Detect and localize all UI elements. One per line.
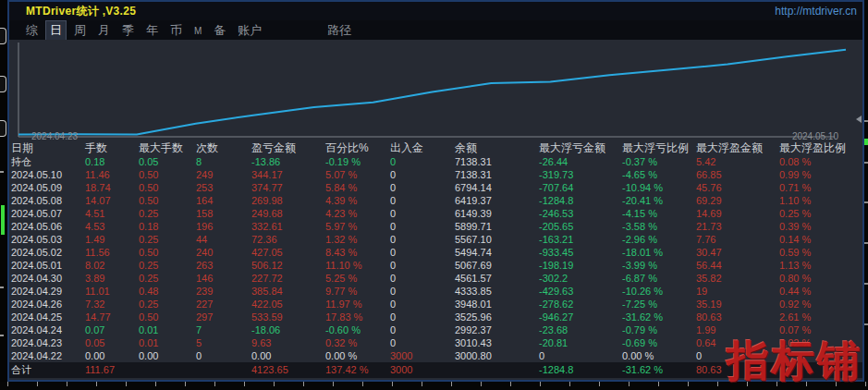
table-row-3[interactable]: 2024.05.0814.070.50164269.984.39 %06419.… — [9, 194, 862, 207]
cell: 2024.04.22 — [11, 349, 85, 362]
table-row-12[interactable]: 2024.04.2514.770.50297533.5917.83 %03525… — [9, 311, 862, 323]
cell: 7 — [196, 323, 251, 336]
cell: 0 — [390, 155, 455, 168]
cell: 0 — [390, 311, 455, 323]
cell: -0.19 % — [325, 155, 390, 168]
cell: 0.25 % — [779, 207, 862, 220]
equity-line — [18, 50, 846, 135]
cell: -302.2 — [539, 272, 622, 285]
cell: 0 — [390, 336, 455, 349]
cell: 11.01 — [85, 285, 139, 298]
cell: 137.42 % — [325, 362, 390, 378]
table-row-2[interactable]: 2024.05.0918.740.50253374.775.84 %06794.… — [9, 181, 862, 194]
menu-item-path[interactable]: 路径 — [327, 22, 351, 39]
column-header-7[interactable]: 余额 — [455, 141, 539, 155]
table-row-7[interactable]: 2024.05.0211.560.50240427.058.43 %05494.… — [9, 246, 862, 259]
cell: 2024.04.25 — [11, 311, 85, 323]
cell: -278.62 — [539, 298, 622, 311]
cell: 2024.05.01 — [11, 259, 85, 272]
website-link[interactable]: http://mtdriver.cn — [775, 5, 857, 18]
column-header-10[interactable]: 最大浮盈金额 — [696, 141, 779, 155]
column-header-6[interactable]: 出入金 — [390, 141, 455, 155]
column-header-5[interactable]: 百分比% — [325, 141, 390, 155]
balance-chart: 2024.04.23 2024.05.10 — [9, 40, 862, 141]
table-row-4[interactable]: 2024.05.074.510.25158249.684.23 %06149.3… — [9, 207, 862, 220]
column-header-8[interactable]: 最大浮亏金额 — [539, 141, 622, 155]
table-row-6[interactable]: 2024.05.031.490.254472.361.32 %05567.10-… — [9, 233, 862, 246]
cell: -0.37 % — [622, 155, 696, 168]
cell: -13.86 — [251, 155, 325, 168]
cell: 4.23 % — [325, 207, 390, 220]
cell: 0.07 — [85, 323, 139, 336]
cell: 17.83 % — [325, 311, 390, 323]
cell: 249 — [196, 168, 251, 181]
cell: 2024.04.24 — [11, 323, 85, 336]
column-header-4[interactable]: 盈亏金额 — [251, 141, 325, 155]
cell: 0.25 — [139, 207, 196, 220]
cell: 5.25 % — [325, 272, 390, 285]
cell: 1.32 % — [325, 233, 390, 246]
menu-item-9[interactable]: 账户 — [234, 21, 265, 40]
background-tick — [864, 283, 868, 285]
column-header-1[interactable]: 手数 — [85, 141, 139, 155]
menu-item-1[interactable]: 日 — [46, 21, 66, 40]
cell: 4561.57 — [455, 272, 539, 285]
watermark: 指标铺 — [727, 333, 862, 390]
menu-item-2[interactable]: 周 — [70, 21, 90, 40]
cell: 0 — [390, 194, 455, 207]
table-row-11[interactable]: 2024.04.267.320.25227422.0511.97 %03948.… — [9, 298, 862, 311]
cell: 0.05 — [85, 336, 139, 349]
cell: 56.44 — [696, 259, 779, 272]
cell: 0.08 % — [779, 155, 862, 168]
scroll-arrow-icon[interactable] — [856, 116, 862, 123]
cell: 5.42 — [696, 155, 779, 168]
cell: 427.05 — [251, 246, 325, 259]
table-row-1[interactable]: 2024.05.1011.460.50249344.175.07 %07138.… — [9, 168, 862, 181]
title-bar[interactable]: MTDriver统计 ,V3.25 http://mtdriver.cn — [9, 2, 862, 20]
cell: 6149.39 — [455, 207, 539, 220]
column-header-0[interactable]: 日期 — [11, 141, 85, 155]
column-header-3[interactable]: 次数 — [196, 141, 251, 155]
cell: 0.25 — [139, 298, 196, 311]
cell: 30.47 — [696, 246, 779, 259]
table-row-9[interactable]: 2024.04.303.890.25146227.725.25 %04561.5… — [9, 272, 862, 285]
cell: 0 — [390, 323, 455, 336]
menu-item-8[interactable]: 备 — [210, 21, 229, 40]
table-row-8[interactable]: 2024.05.018.020.25263506.1211.10 %05067.… — [9, 259, 862, 272]
chart-start-date-label: 2024.04.23 — [31, 131, 78, 141]
column-header-9[interactable]: 最大浮亏比例 — [622, 141, 696, 155]
cell: 3000 — [390, 349, 455, 362]
cell: 8.02 — [85, 259, 139, 272]
cell: -1284.8 — [539, 194, 622, 207]
cell: 196 — [196, 220, 251, 233]
cell: 0 — [196, 349, 251, 362]
cell: 0.48 — [139, 285, 196, 298]
menu-item-5[interactable]: 年 — [142, 21, 162, 40]
cell: -7.25 % — [622, 298, 696, 311]
cell: 21.73 — [696, 220, 779, 233]
cell: 0.25 — [139, 233, 196, 246]
cell: 5899.71 — [455, 220, 539, 233]
column-header-11[interactable]: 最大浮盈比例 — [779, 141, 862, 155]
menu-item-6[interactable]: 币 — [166, 21, 186, 40]
menu-item-4[interactable]: 季 — [118, 21, 138, 40]
column-header-2[interactable]: 最大手数 — [139, 141, 196, 155]
table-row-0[interactable]: 持仓0.180.058-13.86-0.19 %07138.31-26.44-0… — [9, 155, 862, 168]
menu-item-3[interactable]: 月 — [94, 21, 114, 40]
cell: -23.68 — [539, 323, 622, 336]
cell: -1284.8 — [539, 362, 622, 378]
cell: 5567.10 — [455, 233, 539, 246]
cell: 0.50 — [139, 246, 196, 259]
cell: -2.96 % — [622, 233, 696, 246]
cell: 2024.05.06 — [11, 220, 85, 233]
table-row-10[interactable]: 2024.04.2911.010.48239385.849.77 %04333.… — [9, 285, 862, 298]
cell: -10.94 % — [622, 181, 696, 194]
cell: 5067.69 — [455, 259, 539, 272]
cell: 3000 — [390, 362, 455, 378]
cell: -205.65 — [539, 220, 622, 233]
cell: 5 — [196, 336, 251, 349]
menu-item-7[interactable]: M — [190, 23, 205, 37]
cell: -4.65 % — [622, 168, 696, 181]
table-row-5[interactable]: 2024.05.064.530.18196332.615.97 %05899.7… — [9, 220, 862, 233]
menu-item-0[interactable]: 综 — [22, 21, 42, 40]
